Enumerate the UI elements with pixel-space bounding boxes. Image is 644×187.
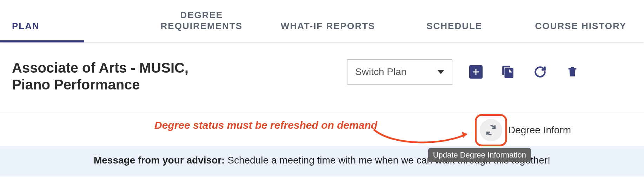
update-degree-tooltip: Update Degree Information [428, 148, 531, 162]
switch-plan-dropdown[interactable]: Switch Plan [347, 59, 452, 85]
refresh-degree-wrap: Degree Inform [475, 114, 507, 146]
degree-information-label: Degree Inform [508, 125, 571, 136]
tab-plan[interactable]: PLAN [0, 11, 138, 42]
switch-plan-label: Switch Plan [355, 66, 406, 78]
tab-degree-requirements[interactable]: DEGREE REQUIREMENTS [138, 0, 265, 42]
advisor-message-label: Message from your advisor: [94, 155, 225, 166]
plus-icon [472, 68, 480, 76]
tab-schedule[interactable]: SCHEDULE [391, 11, 518, 42]
plan-title: Associate of Arts - MUSIC, Piano Perform… [12, 59, 219, 93]
annotation-text: Degree status must be refreshed on deman… [154, 119, 377, 131]
copy-plan-button[interactable] [501, 65, 515, 79]
annotation-highlight-box [475, 114, 507, 146]
plan-header: Associate of Arts - MUSIC, Piano Perform… [0, 42, 644, 113]
sync-icon [485, 124, 497, 136]
tab-what-if-reports[interactable]: WHAT-IF REPORTS [265, 11, 391, 42]
svg-marker-2 [506, 68, 512, 77]
copy-icon [501, 65, 514, 79]
update-degree-info-button[interactable] [480, 119, 502, 141]
delete-plan-button[interactable] [565, 65, 579, 79]
plan-actions [469, 65, 632, 79]
trash-icon [566, 66, 578, 78]
add-plan-button[interactable] [469, 65, 483, 79]
annotation-arrow-icon [372, 125, 474, 150]
svg-marker-4 [462, 132, 467, 138]
advisor-message-bar: Message from your advisor: Schedule a me… [0, 146, 644, 176]
chevron-down-icon [437, 70, 444, 74]
refresh-plan-button[interactable] [533, 65, 547, 79]
tab-bar: PLAN DEGREE REQUIREMENTS WHAT-IF REPORTS… [0, 0, 644, 42]
tab-course-history[interactable]: COURSE HISTORY [518, 11, 644, 42]
degree-info-row: Degree status must be refreshed on deman… [0, 113, 644, 146]
refresh-icon [534, 66, 546, 78]
